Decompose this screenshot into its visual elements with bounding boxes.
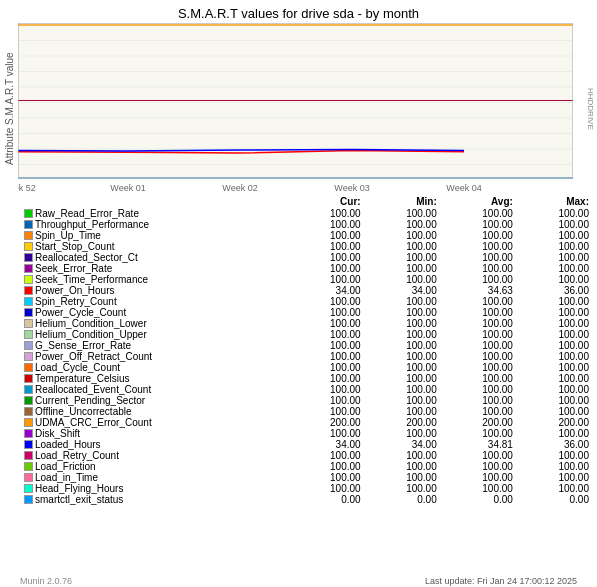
legend-cur: 100.00 xyxy=(288,351,364,362)
legend-name-cell: Offline_Uncorrectable xyxy=(20,406,288,417)
legend-max: 100.00 xyxy=(517,340,593,351)
legend-max: 36.00 xyxy=(517,285,593,296)
col-avg: Avg: xyxy=(441,195,517,208)
legend-color-box xyxy=(24,286,33,295)
legend-avg: 34.81 xyxy=(441,439,517,450)
legend-max: 100.00 xyxy=(517,230,593,241)
legend-color-box xyxy=(24,209,33,218)
legend-min: 100.00 xyxy=(365,373,441,384)
legend-name-cell: G_Sense_Error_Rate xyxy=(20,340,288,351)
chart-wrapper: 200 180 160 140 120 100 80 xyxy=(18,23,583,195)
legend-min: 100.00 xyxy=(365,263,441,274)
legend-cur: 100.00 xyxy=(288,362,364,373)
legend-cur: 100.00 xyxy=(288,307,364,318)
legend-min: 100.00 xyxy=(365,241,441,252)
legend-avg: 100.00 xyxy=(441,351,517,362)
legend-color-box xyxy=(24,264,33,273)
legend-cur: 100.00 xyxy=(288,296,364,307)
legend-metric-name: Offline_Uncorrectable xyxy=(35,406,132,417)
legend-cur: 100.00 xyxy=(288,252,364,263)
legend-row: Disk_Shift100.00100.00100.00100.00 xyxy=(20,428,593,439)
legend-metric-name: Spin_Up_Time xyxy=(35,230,101,241)
legend-metric-name: Reallocated_Event_Count xyxy=(35,384,151,395)
legend-cur: 100.00 xyxy=(288,241,364,252)
legend-name-cell: Power_Off_Retract_Count xyxy=(20,351,288,362)
legend-cur: 100.00 xyxy=(288,395,364,406)
legend-max: 100.00 xyxy=(517,483,593,494)
legend-name-cell: Helium_Condition_Lower xyxy=(20,318,288,329)
legend-cur: 100.00 xyxy=(288,428,364,439)
legend-name-cell: smartctl_exit_status xyxy=(20,494,288,505)
legend-color-box xyxy=(24,473,33,482)
legend-color-box xyxy=(24,374,33,383)
legend-min: 100.00 xyxy=(365,461,441,472)
legend-color-box xyxy=(24,495,33,504)
legend-cur: 100.00 xyxy=(288,208,364,219)
legend-avg: 100.00 xyxy=(441,472,517,483)
legend-metric-name: Current_Pending_Sector xyxy=(35,395,145,406)
legend-color-box xyxy=(24,352,33,361)
legend-name-cell: Load_in_Time xyxy=(20,472,288,483)
legend-table: Cur: Min: Avg: Max: Raw_Read_Error_Rate1… xyxy=(20,195,593,505)
legend-name-cell: Reallocated_Event_Count xyxy=(20,384,288,395)
legend-cur: 100.00 xyxy=(288,384,364,395)
legend-row: Seek_Time_Performance100.00100.00100.001… xyxy=(20,274,593,285)
y-axis-label: Attribute S.M.A.R.T value xyxy=(0,23,18,195)
legend-color-box xyxy=(24,341,33,350)
legend-name-cell: Seek_Time_Performance xyxy=(20,274,288,285)
svg-text:Week 52: Week 52 xyxy=(18,183,36,193)
legend-name-cell: Seek_Error_Rate xyxy=(20,263,288,274)
last-update: Last update: Fri Jan 24 17:00:12 2025 xyxy=(425,576,577,586)
legend-row: Power_Cycle_Count100.00100.00100.00100.0… xyxy=(20,307,593,318)
legend-min: 100.00 xyxy=(365,340,441,351)
legend-row: Offline_Uncorrectable100.00100.00100.001… xyxy=(20,406,593,417)
legend-cur: 100.00 xyxy=(288,472,364,483)
legend-min: 34.00 xyxy=(365,439,441,450)
legend-avg: 100.00 xyxy=(441,208,517,219)
legend-header: Cur: Min: Avg: Max: xyxy=(20,195,593,208)
legend-cur: 100.00 xyxy=(288,483,364,494)
legend-min: 0.00 xyxy=(365,494,441,505)
legend-avg: 100.00 xyxy=(441,384,517,395)
legend-row: Start_Stop_Count100.00100.00100.00100.00 xyxy=(20,241,593,252)
legend-min: 100.00 xyxy=(365,384,441,395)
legend-metric-name: Throughput_Performance xyxy=(35,219,149,230)
legend-color-box xyxy=(24,275,33,284)
legend-max: 100.00 xyxy=(517,384,593,395)
legend-color-box xyxy=(24,429,33,438)
legend-min: 100.00 xyxy=(365,274,441,285)
legend-avg: 100.00 xyxy=(441,307,517,318)
legend-name-cell: Loaded_Hours xyxy=(20,439,288,450)
legend-metric-name: Reallocated_Sector_Ct xyxy=(35,252,138,263)
legend-name-cell: Power_Cycle_Count xyxy=(20,307,288,318)
col-cur: Cur: xyxy=(288,195,364,208)
legend-row: Temperature_Celsius100.00100.00100.00100… xyxy=(20,373,593,384)
col-min: Min: xyxy=(365,195,441,208)
legend-color-box xyxy=(24,297,33,306)
legend-max: 100.00 xyxy=(517,428,593,439)
legend-row: Loaded_Hours34.0034.0034.8136.00 xyxy=(20,439,593,450)
legend-avg: 100.00 xyxy=(441,395,517,406)
legend-avg: 100.00 xyxy=(441,406,517,417)
legend-avg: 100.00 xyxy=(441,219,517,230)
legend-min: 100.00 xyxy=(365,318,441,329)
legend-metric-name: Raw_Read_Error_Rate xyxy=(35,208,139,219)
legend-metric-name: UDMA_CRC_Error_Count xyxy=(35,417,152,428)
legend-row: Reallocated_Sector_Ct100.00100.00100.001… xyxy=(20,252,593,263)
legend-avg: 100.00 xyxy=(441,483,517,494)
legend-metric-name: Loaded_Hours xyxy=(35,439,101,450)
legend-avg: 100.00 xyxy=(441,373,517,384)
legend-color-box xyxy=(24,484,33,493)
legend-min: 100.00 xyxy=(365,362,441,373)
svg-text:Week 04: Week 04 xyxy=(446,183,481,193)
legend-avg: 100.00 xyxy=(441,340,517,351)
legend-cur: 34.00 xyxy=(288,285,364,296)
legend-avg: 100.00 xyxy=(441,362,517,373)
legend-row: Load_Friction100.00100.00100.00100.00 xyxy=(20,461,593,472)
main-container: S.M.A.R.T values for drive sda - by mont… xyxy=(0,0,597,587)
legend-metric-name: Helium_Condition_Lower xyxy=(35,318,147,329)
legend-min: 100.00 xyxy=(365,351,441,362)
legend-avg: 100.00 xyxy=(441,241,517,252)
legend-cur: 200.00 xyxy=(288,417,364,428)
legend-min: 100.00 xyxy=(365,230,441,241)
